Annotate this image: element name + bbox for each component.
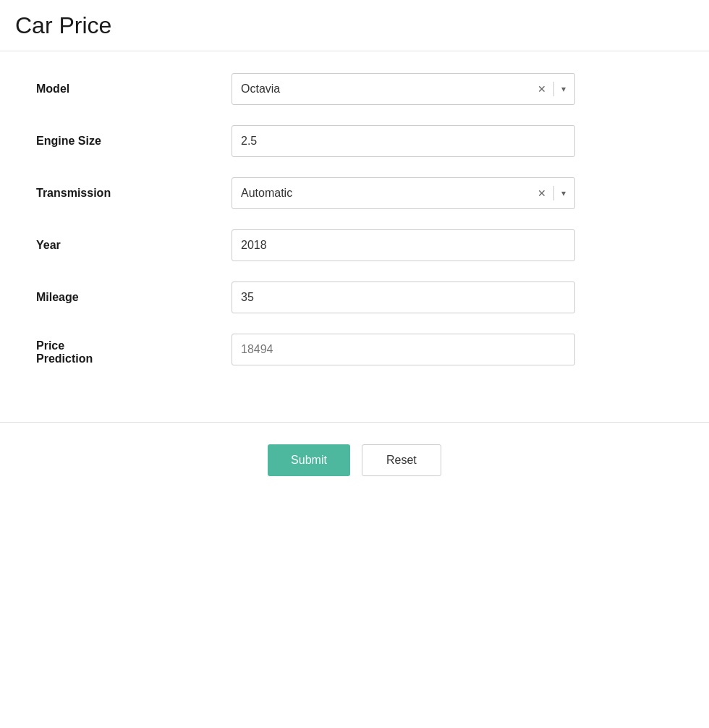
transmission-select[interactable]: Automatic ✕ ▾ xyxy=(232,177,575,209)
model-select[interactable]: Octavia ✕ ▾ xyxy=(232,73,575,105)
year-input[interactable] xyxy=(232,229,575,261)
model-dropdown-icon[interactable]: ▾ xyxy=(559,82,569,96)
price-prediction-row: Price Prediction xyxy=(29,334,680,365)
select-divider-2 xyxy=(553,186,554,200)
page-title: Car Price xyxy=(15,12,694,39)
model-select-value: Octavia xyxy=(241,82,535,96)
mileage-input[interactable] xyxy=(232,282,575,313)
year-label: Year xyxy=(29,239,232,252)
mileage-row: Mileage xyxy=(29,282,680,313)
price-prediction-input[interactable] xyxy=(232,334,575,365)
price-prediction-label: Price Prediction xyxy=(29,334,232,365)
transmission-clear-icon[interactable]: ✕ xyxy=(535,186,549,200)
reset-button[interactable]: Reset xyxy=(362,444,441,476)
year-row: Year xyxy=(29,229,680,261)
form-footer: Submit Reset xyxy=(0,422,709,498)
transmission-select-icons: ✕ ▾ xyxy=(535,186,569,200)
model-clear-icon[interactable]: ✕ xyxy=(535,82,549,96)
page-wrapper: Car Price Model Octavia ✕ ▾ Engine Size … xyxy=(0,0,709,498)
transmission-row: Transmission Automatic ✕ ▾ xyxy=(29,177,680,209)
transmission-select-value: Automatic xyxy=(241,187,535,200)
select-divider xyxy=(553,82,554,96)
mileage-label: Mileage xyxy=(29,291,232,304)
engine-size-row: Engine Size xyxy=(29,125,680,157)
transmission-label: Transmission xyxy=(29,187,232,200)
model-label: Model xyxy=(29,82,232,96)
model-select-icons: ✕ ▾ xyxy=(535,82,569,96)
engine-size-label: Engine Size xyxy=(29,135,232,148)
engine-size-input[interactable] xyxy=(232,125,575,157)
submit-button[interactable]: Submit xyxy=(268,444,350,476)
page-header: Car Price xyxy=(0,0,709,51)
form-container: Model Octavia ✕ ▾ Engine Size Transmissi… xyxy=(0,51,709,407)
transmission-dropdown-icon[interactable]: ▾ xyxy=(559,187,569,200)
model-row: Model Octavia ✕ ▾ xyxy=(29,73,680,105)
